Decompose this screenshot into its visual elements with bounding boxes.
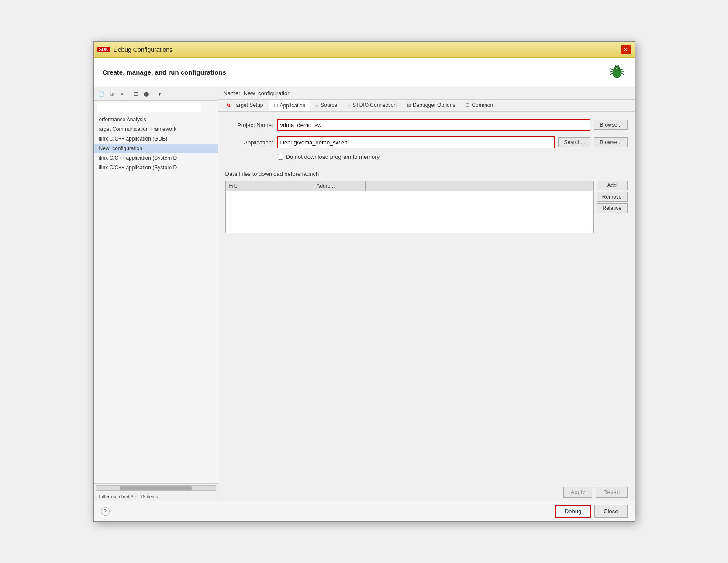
project-name-browse-button[interactable]: Browse... <box>594 120 627 130</box>
apply-button[interactable]: Apply <box>563 487 593 498</box>
config-list: erformance Analysis arget Communication … <box>94 114 218 483</box>
filter-input[interactable] <box>97 103 201 112</box>
header-title: Create, manage, and run configurations <box>103 69 226 76</box>
application-search-button[interactable]: Search... <box>558 137 590 147</box>
tab-source[interactable]: ⑁ Source <box>311 100 342 111</box>
close-button[interactable]: Close <box>594 505 627 518</box>
data-files-table: File Addre... <box>225 181 594 233</box>
right-panel: Name: New_configuration ⦿ Target Setup ☐… <box>218 87 635 501</box>
title-bar-left: SDK Debug Configurations <box>97 46 173 53</box>
y-icon: ⑂ <box>348 103 351 108</box>
project-name-input-wrapper <box>277 119 591 131</box>
name-row: Name: New_configuration <box>218 87 635 100</box>
left-toolbar: 📄 ⧉ ✕ ☰ ⬤ ▼ <box>94 87 218 101</box>
filter-status: Filter matched 6 of 16 items <box>94 492 218 501</box>
svg-line-4 <box>610 69 613 70</box>
col-rest-header <box>366 181 593 191</box>
tab-target-setup[interactable]: ⦿ Target Setup <box>222 100 268 111</box>
data-files-container: File Addre... Add Remove Relative <box>225 181 628 233</box>
tab-application[interactable]: ☐ Application <box>269 100 311 111</box>
toolbar-separator-2 <box>153 90 153 98</box>
list-item[interactable]: ilinx C/C++ application (System D <box>94 153 218 163</box>
tab-debugger-options[interactable]: ⊠ Debugger Options <box>402 100 460 111</box>
data-files-section: Data Files to download before launch Fil… <box>225 171 628 233</box>
list-item[interactable]: ilinx C/C++ application (GDB) <box>94 134 218 144</box>
footer-bar: ? Debug Close <box>94 501 635 521</box>
left-panel: 📄 ⧉ ✕ ☰ ⬤ ▼ erformance Analysis arget Co… <box>94 87 218 501</box>
svg-line-9 <box>621 73 624 75</box>
application-field[interactable] <box>278 137 554 148</box>
config-name-value: New_configuration <box>244 90 291 96</box>
header-area: Create, manage, and run configurations <box>94 58 635 87</box>
h-scrollbar-track[interactable] <box>96 485 216 491</box>
application-label: Application: <box>225 139 273 146</box>
col-file-header: File <box>226 181 313 191</box>
tab-source-label: Source <box>321 102 337 108</box>
tab-debugger-options-label: Debugger Options <box>413 102 455 108</box>
footer-left: ? <box>101 507 110 516</box>
delete-config-button[interactable]: ✕ <box>117 89 127 99</box>
svg-line-7 <box>621 69 624 70</box>
bug-icon <box>608 63 626 82</box>
tab-target-setup-label: Target Setup <box>234 102 263 108</box>
new-config-button[interactable]: 📄 <box>97 89 106 99</box>
common-icon: ☐ <box>466 103 470 108</box>
bottom-bar: Apply Revert <box>218 483 635 501</box>
name-label: Name: <box>224 90 240 96</box>
relative-button[interactable]: Relative <box>597 203 628 213</box>
tab-common[interactable]: ☐ Common <box>461 100 498 111</box>
tab-stdio-label: STDIO Connection <box>352 102 397 108</box>
project-name-field[interactable] <box>278 120 590 130</box>
help-button[interactable]: ? <box>101 507 110 516</box>
close-window-button[interactable]: ✕ <box>621 45 631 54</box>
revert-button[interactable]: Revert <box>596 487 627 498</box>
no-download-label: Do not download program to memory <box>286 154 380 160</box>
expand-button[interactable]: ☰ <box>131 89 141 99</box>
tab-common-label: Common <box>472 102 493 108</box>
collapse-button[interactable]: ⬤ <box>141 89 151 99</box>
debug-button[interactable]: Debug <box>555 505 591 518</box>
checkbox-row: Do not download program to memory <box>278 154 628 160</box>
title-bar: SDK Debug Configurations ✕ <box>94 42 635 58</box>
h-scrollbar-thumb <box>120 486 191 490</box>
main-content: 📄 ⧉ ✕ ☰ ⬤ ▼ erformance Analysis arget Co… <box>94 87 635 501</box>
footer-right: Debug Close <box>555 505 628 518</box>
content-area: Project Name: Browse... Application: Sea… <box>218 112 635 483</box>
debugger-icon: ⊠ <box>407 103 411 108</box>
tabs-row: ⦿ Target Setup ☐ Application ⑁ Source ⑂ … <box>218 100 635 112</box>
no-download-checkbox[interactable] <box>278 154 283 160</box>
tab-application-label: Application <box>280 103 306 109</box>
project-name-group: Project Name: Browse... <box>225 119 628 131</box>
list-item-selected[interactable]: New_configuration <box>94 144 218 153</box>
horizontal-scroll[interactable] <box>94 483 218 492</box>
data-file-buttons: Add Remove Relative <box>597 181 628 233</box>
list-item[interactable]: ilinx C/C++ application (System D <box>94 163 218 172</box>
checkbox-icon: ☐ <box>274 103 278 109</box>
toolbar-separator <box>129 90 129 98</box>
project-name-label: Project Name: <box>225 122 273 128</box>
tab-stdio[interactable]: ⑂ STDIO Connection <box>343 100 401 111</box>
svg-line-6 <box>610 73 613 75</box>
dropdown-button[interactable]: ▼ <box>155 89 165 99</box>
application-input-wrapper <box>277 136 555 148</box>
application-group: Application: Search... Browse... <box>225 136 628 148</box>
svg-point-13 <box>618 68 619 69</box>
data-table-header: File Addre... <box>226 181 593 191</box>
list-item[interactable]: arget Communication Framework <box>94 124 218 134</box>
list-item[interactable]: erformance Analysis <box>94 115 218 124</box>
add-button[interactable]: Add <box>597 181 628 190</box>
dialog-title: Debug Configurations <box>114 46 173 53</box>
fork-icon: ⑁ <box>316 103 319 108</box>
col-addr-header: Addre... <box>313 181 366 191</box>
svg-point-12 <box>615 68 616 69</box>
sdk-badge: SDK <box>97 47 110 52</box>
remove-button[interactable]: Remove <box>597 192 628 202</box>
radio-icon: ⦿ <box>227 102 232 108</box>
debug-configurations-dialog: SDK Debug Configurations ✕ Create, manag… <box>93 41 635 522</box>
application-browse-button[interactable]: Browse... <box>594 137 627 147</box>
data-files-title: Data Files to download before launch <box>225 171 628 177</box>
data-table-body <box>226 191 593 230</box>
duplicate-config-button[interactable]: ⧉ <box>107 89 117 99</box>
